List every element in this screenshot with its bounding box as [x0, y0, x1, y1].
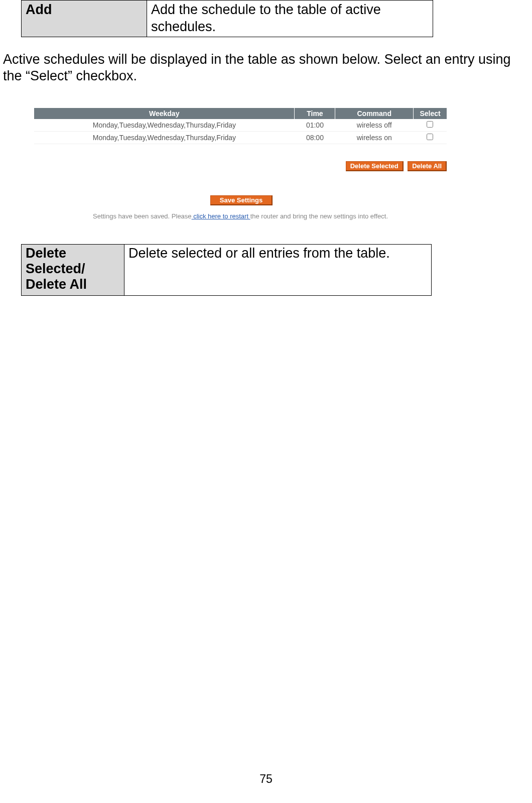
table-row: Monday,Tuesday,Wednesday,Thursday,Friday…	[34, 132, 447, 144]
save-row: Save Settings	[34, 195, 447, 205]
definition-table-add: Add Add the schedule to the table of act…	[21, 0, 433, 37]
cell-command: wireless on	[335, 132, 414, 144]
cell-select	[414, 132, 447, 144]
select-checkbox[interactable]	[427, 121, 433, 128]
cell-command: wireless off	[335, 119, 414, 132]
restart-pre: Settings have been saved. Please	[93, 212, 192, 220]
body-paragraph: Active schedules will be displayed in th…	[3, 51, 529, 85]
col-weekday: Weekday	[34, 108, 295, 119]
page-number: 75	[0, 772, 532, 786]
desc-add: Add the schedule to the table of active …	[147, 1, 433, 37]
table-row: Monday,Tuesday,Wednesday,Thursday,Friday…	[34, 119, 447, 132]
restart-post: the router and bring the new settings in…	[250, 212, 388, 220]
schedule-table: Weekday Time Command Select Monday,Tuesd…	[34, 108, 447, 144]
delete-selected-button[interactable]: Delete Selected	[346, 161, 404, 171]
definition-table-delete: Delete Selected/ Delete All Delete selec…	[21, 244, 432, 296]
delete-buttons-row: Delete Selected Delete All	[34, 161, 447, 171]
cell-time: 08:00	[295, 132, 335, 144]
term-add: Add	[22, 1, 147, 37]
cell-weekday: Monday,Tuesday,Wednesday,Thursday,Friday	[34, 132, 295, 144]
table-row: Add Add the schedule to the table of act…	[22, 1, 433, 37]
delete-all-button[interactable]: Delete All	[408, 161, 447, 171]
cell-select	[414, 119, 447, 132]
cell-weekday: Monday,Tuesday,Wednesday,Thursday,Friday	[34, 119, 295, 132]
col-select: Select	[414, 108, 447, 119]
restart-message: Settings have been saved. Please click h…	[34, 212, 447, 220]
select-checkbox[interactable]	[427, 134, 433, 140]
term-delete: Delete Selected/ Delete All	[22, 245, 124, 296]
restart-link[interactable]: click here to restart	[192, 212, 250, 220]
schedule-ui-screenshot: Weekday Time Command Select Monday,Tuesd…	[34, 108, 447, 220]
save-settings-button[interactable]: Save Settings	[210, 195, 273, 205]
col-command: Command	[335, 108, 414, 119]
cell-time: 01:00	[295, 119, 335, 132]
table-row: Delete Selected/ Delete All Delete selec…	[22, 245, 432, 296]
col-time: Time	[295, 108, 335, 119]
desc-delete: Delete selected or all entries from the …	[124, 245, 432, 296]
